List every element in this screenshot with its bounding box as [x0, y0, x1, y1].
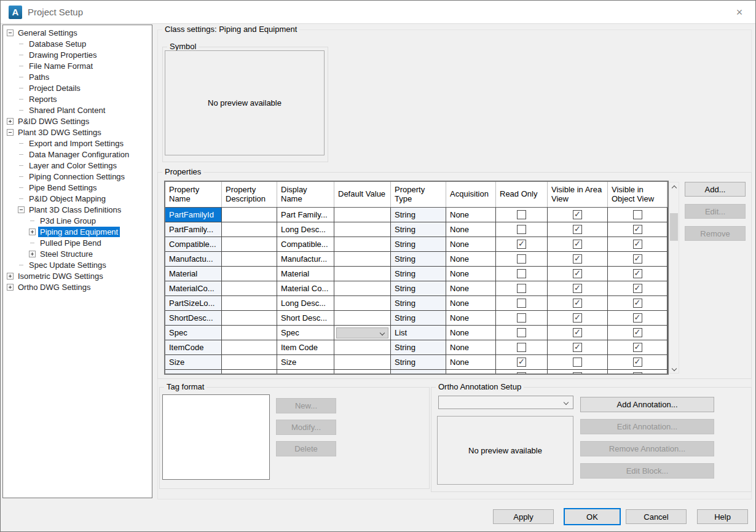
visible-in-object-view-checkbox[interactable]: [633, 210, 642, 219]
visible-in-area-view-checkbox[interactable]: [573, 284, 582, 293]
remove-button[interactable]: Remove: [685, 226, 746, 241]
tree-item-p-id-dwg-settings[interactable]: P&ID DWG Settings: [3, 115, 152, 127]
cell-acquisition[interactable]: None: [446, 311, 496, 325]
cell-display-name[interactable]: Manufactur...: [277, 252, 334, 266]
tag-format-listbox[interactable]: [162, 394, 270, 480]
cell-acquisition[interactable]: None: [446, 208, 496, 222]
tree-item-database-setup[interactable]: Database Setup: [3, 38, 152, 49]
cell-display-name[interactable]: Part Family...: [277, 208, 334, 222]
edit-button[interactable]: Edit...: [685, 204, 746, 219]
cell-property-type[interactable]: String: [391, 252, 446, 266]
tree-item-project-details[interactable]: Project Details: [3, 82, 152, 93]
cell-property-name[interactable]: Manufactu...: [165, 252, 222, 266]
read-only-checkbox[interactable]: [517, 254, 526, 264]
cell-acquisition[interactable]: None: [446, 355, 496, 369]
read-only-checkbox[interactable]: [517, 210, 526, 219]
tree-item-p-id-object-mapping[interactable]: P&ID Object Mapping: [3, 193, 152, 204]
cell-property-description[interactable]: [222, 355, 277, 369]
cell-property-type[interactable]: [391, 370, 446, 375]
visible-in-object-view-checkbox[interactable]: [633, 372, 642, 375]
visible-in-object-view-checkbox[interactable]: [633, 343, 642, 352]
cell-property-name[interactable]: Compatible...: [165, 237, 222, 251]
ortho-annotation-dropdown[interactable]: [438, 396, 573, 409]
tree-item-piping-and-equipment[interactable]: Piping and Equipment: [3, 226, 152, 237]
cell-default-value[interactable]: [334, 370, 391, 375]
ok-button[interactable]: OK: [564, 508, 621, 525]
cell-display-name[interactable]: Spec: [277, 326, 334, 340]
cell-default-value[interactable]: [334, 340, 391, 354]
tree-item-label[interactable]: Steel Structure: [38, 249, 95, 259]
tree-item-label[interactable]: P&ID Object Mapping: [27, 194, 108, 204]
tree-item-label[interactable]: Pulled Pipe Bend: [38, 238, 103, 248]
visible-in-area-view-checkbox[interactable]: [573, 254, 582, 264]
remove-annotation-button[interactable]: Remove Annotation...: [580, 441, 714, 456]
close-icon[interactable]: ×: [730, 1, 749, 24]
cell-property-type[interactable]: List: [391, 326, 446, 340]
cell-property-name[interactable]: [165, 370, 222, 375]
cell-acquisition[interactable]: None: [446, 296, 496, 310]
visible-in-object-view-checkbox[interactable]: [633, 254, 642, 264]
cell-property-name[interactable]: MaterialCo...: [165, 281, 222, 295]
cell-default-value[interactable]: [334, 355, 391, 369]
tree-item-file-name-format[interactable]: File Name Format: [3, 60, 152, 71]
tree-item-label[interactable]: Spec Update Settings: [27, 260, 108, 270]
tree-item-label[interactable]: Export and Import Settings: [27, 138, 125, 149]
cell-property-name[interactable]: Material: [165, 267, 222, 281]
visible-in-object-view-checkbox[interactable]: [633, 299, 642, 308]
cell-display-name[interactable]: Material Co...: [277, 281, 334, 295]
tree-item-label[interactable]: Plant 3D Class Definitions: [27, 205, 123, 215]
edit-annotation-button[interactable]: Edit Annotation...: [580, 419, 714, 434]
cell-default-value[interactable]: [334, 237, 391, 251]
tree-item-plant-3d-class-definitions[interactable]: Plant 3D Class Definitions: [3, 204, 152, 215]
scroll-down-icon[interactable]: [669, 363, 679, 373]
tree-item-label[interactable]: General Settings: [16, 28, 79, 38]
tree-item-pipe-bend-settings[interactable]: Pipe Bend Settings: [3, 182, 152, 193]
visible-in-object-view-checkbox[interactable]: [633, 284, 642, 293]
tree-item-label[interactable]: Data Manager Configuration: [27, 149, 131, 160]
read-only-checkbox[interactable]: [517, 358, 526, 367]
cell-default-value[interactable]: [334, 208, 391, 222]
tree-item-p3d-line-group[interactable]: P3d Line Group: [3, 215, 152, 226]
cell-property-name[interactable]: Size: [165, 355, 222, 369]
cell-property-name[interactable]: PartFamily...: [165, 222, 222, 237]
modify-button[interactable]: Modify...: [276, 420, 336, 435]
tree-item-label[interactable]: Project Details: [27, 83, 82, 93]
visible-in-area-view-checkbox[interactable]: [573, 358, 582, 367]
visible-in-area-view-checkbox[interactable]: [573, 240, 582, 249]
cell-property-type[interactable]: String: [391, 281, 446, 295]
cell-property-type[interactable]: String: [391, 355, 446, 369]
visible-in-area-view-checkbox[interactable]: [573, 225, 582, 234]
tree-item-data-manager-configuration[interactable]: Data Manager Configuration: [3, 149, 152, 160]
read-only-checkbox[interactable]: [517, 284, 526, 293]
tree-item-reports[interactable]: Reports: [3, 93, 152, 104]
cell-display-name[interactable]: Material: [277, 267, 334, 281]
tree-item-label[interactable]: P3d Line Group: [38, 216, 98, 226]
tree-item-export-and-import-settings[interactable]: Export and Import Settings: [3, 138, 152, 149]
read-only-checkbox[interactable]: [517, 328, 526, 337]
tree-item-label[interactable]: Drawing Properties: [27, 50, 99, 60]
read-only-checkbox[interactable]: [517, 372, 526, 375]
cell-property-description[interactable]: [222, 267, 277, 281]
expand-plus-icon[interactable]: [7, 118, 14, 125]
expand-plus-icon[interactable]: [29, 251, 36, 257]
tree-item-label[interactable]: Pipe Bend Settings: [27, 182, 99, 193]
cell-property-name[interactable]: ItemCode: [165, 340, 222, 354]
cell-default-value[interactable]: [334, 326, 391, 340]
cell-property-type[interactable]: String: [391, 340, 446, 354]
tree-item-label[interactable]: P&ID DWG Settings: [16, 116, 91, 127]
cell-acquisition[interactable]: None: [446, 267, 496, 281]
default-value-combobox[interactable]: [336, 327, 388, 338]
visible-in-area-view-checkbox[interactable]: [573, 269, 582, 278]
tree-item-piping-connection-settings[interactable]: Piping Connection Settings: [3, 171, 152, 182]
new-button[interactable]: New...: [276, 398, 336, 413]
properties-table-scrollbar[interactable]: [669, 182, 679, 374]
tree-item-label[interactable]: Ortho DWG Settings: [16, 282, 92, 292]
scroll-up-icon[interactable]: [669, 182, 679, 192]
read-only-checkbox[interactable]: [517, 313, 526, 323]
cell-property-description[interactable]: [222, 281, 277, 295]
cell-display-name[interactable]: Item Code: [277, 340, 334, 354]
cell-property-description[interactable]: [222, 311, 277, 325]
tree-item-drawing-properties[interactable]: Drawing Properties: [3, 49, 152, 60]
tree-item-label[interactable]: Piping and Equipment: [38, 227, 120, 237]
cell-default-value[interactable]: [334, 267, 391, 281]
